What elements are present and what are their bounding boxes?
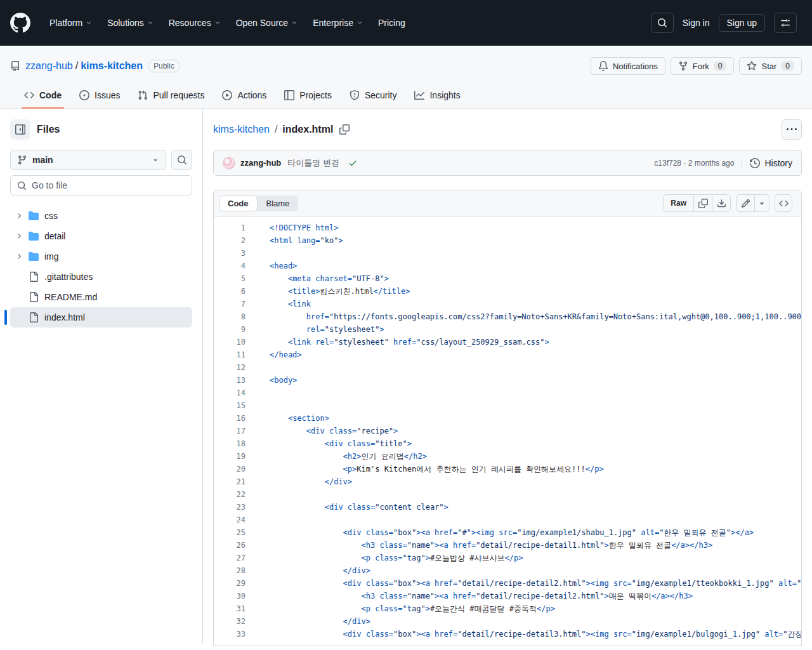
- line-number[interactable]: 30: [214, 590, 246, 602]
- tree-item-css[interactable]: css: [10, 206, 192, 226]
- history-link[interactable]: History: [750, 158, 792, 168]
- line-number[interactable]: 33: [214, 628, 246, 640]
- line-number[interactable]: 23: [214, 501, 246, 514]
- tree-search-button[interactable]: [171, 150, 192, 170]
- go-to-file-input[interactable]: [32, 180, 185, 190]
- sign-up-button[interactable]: Sign up: [719, 14, 765, 32]
- tab-pull-requests[interactable]: Pull requests: [129, 84, 213, 109]
- download-icon: [717, 199, 726, 208]
- tab-actions[interactable]: Actions: [213, 84, 275, 109]
- line-content: <section>: [246, 412, 329, 425]
- line-number[interactable]: 25: [214, 526, 246, 539]
- line-number[interactable]: 12: [214, 361, 246, 374]
- copy-path-button[interactable]: [338, 123, 351, 136]
- line-number[interactable]: 3: [214, 247, 246, 260]
- code-line: 14: [214, 387, 801, 399]
- branch-selector[interactable]: main: [10, 150, 166, 170]
- play-icon: [222, 90, 232, 100]
- sign-in-link[interactable]: Sign in: [683, 18, 710, 28]
- line-number[interactable]: 17: [214, 425, 246, 437]
- repo-name-link[interactable]: kims-kitchen: [81, 60, 143, 72]
- chevron-down-icon: [147, 20, 154, 26]
- breadcrumb-repo-link[interactable]: kims-kitchen: [213, 124, 270, 135]
- code-line: 13<body>: [214, 374, 801, 387]
- tab-projects[interactable]: Projects: [275, 84, 341, 109]
- line-number[interactable]: 29: [214, 577, 246, 590]
- check-icon[interactable]: [348, 159, 357, 168]
- nav-item-enterprise[interactable]: Enterprise: [306, 13, 369, 33]
- raw-button[interactable]: Raw: [663, 194, 694, 212]
- commit-author-link[interactable]: zzang-hub: [240, 158, 281, 168]
- edit-file-button[interactable]: [736, 194, 755, 212]
- line-number[interactable]: 28: [214, 564, 246, 577]
- copy-raw-button[interactable]: [693, 194, 712, 212]
- nav-item-pricing[interactable]: Pricing: [372, 13, 412, 33]
- chevron-right-icon[interactable]: [15, 212, 23, 220]
- divider: [742, 157, 742, 169]
- tab-security[interactable]: Security: [341, 84, 406, 109]
- line-number[interactable]: 16: [214, 412, 246, 425]
- tree-item-img[interactable]: img: [10, 246, 192, 267]
- appearance-settings-button[interactable]: [774, 13, 797, 33]
- line-number[interactable]: 10: [214, 336, 246, 348]
- line-number[interactable]: 27: [214, 552, 246, 564]
- star-button[interactable]: Star 0: [739, 57, 802, 75]
- line-number[interactable]: 20: [214, 463, 246, 475]
- line-number[interactable]: 7: [214, 298, 246, 310]
- line-number[interactable]: 24: [214, 514, 246, 526]
- download-button[interactable]: [712, 194, 731, 212]
- commit-message-link[interactable]: 타이틀명 변경: [287, 157, 339, 169]
- nav-item-resources[interactable]: Resources: [162, 13, 227, 33]
- edit-dropdown-button[interactable]: [754, 194, 769, 212]
- commit-sha-time[interactable]: c13f728 · 2 months ago: [654, 159, 734, 168]
- line-number[interactable]: 18: [214, 437, 246, 450]
- collapse-sidebar-button[interactable]: [10, 119, 30, 140]
- tree-item-gitattributes[interactable]: .gitattributes: [10, 267, 192, 287]
- line-number[interactable]: 9: [214, 323, 246, 336]
- line-number[interactable]: 13: [214, 374, 246, 387]
- nav-item-platform[interactable]: Platform: [43, 13, 98, 33]
- line-content: </head>: [246, 348, 302, 361]
- line-number[interactable]: 2: [214, 234, 246, 247]
- file-options-button[interactable]: [782, 119, 802, 140]
- chevron-right-icon[interactable]: [15, 253, 23, 260]
- tab-blame-view[interactable]: Blame: [258, 196, 299, 211]
- avatar[interactable]: [223, 157, 235, 169]
- code-line: 27 <p class="tag">#오늘밥상 #샤브샤브</p>: [214, 552, 801, 564]
- tab-code[interactable]: Code: [15, 84, 70, 109]
- tab-code-view[interactable]: Code: [219, 196, 258, 211]
- symbols-panel-button[interactable]: [775, 194, 792, 212]
- line-number[interactable]: 1: [214, 222, 246, 234]
- line-number[interactable]: 11: [214, 348, 246, 361]
- tree-item-index.html[interactable]: index.html: [10, 307, 192, 328]
- github-logo-icon[interactable]: [10, 13, 30, 33]
- line-number[interactable]: 21: [214, 475, 246, 488]
- tab-issues[interactable]: Issues: [70, 84, 129, 109]
- line-number[interactable]: 31: [214, 602, 246, 615]
- code-line: 28 </div>: [214, 564, 801, 577]
- line-number[interactable]: 8: [214, 310, 246, 323]
- line-number[interactable]: 14: [214, 387, 246, 399]
- repo-owner-link[interactable]: zzang-hub: [25, 60, 73, 72]
- tab-insights[interactable]: Insights: [405, 84, 469, 109]
- tree-item-README.md[interactable]: README.md: [10, 287, 192, 307]
- notifications-button[interactable]: Notifications: [591, 57, 665, 75]
- line-number[interactable]: 32: [214, 615, 246, 628]
- chevron-down-icon: [214, 20, 221, 26]
- chevron-right-icon[interactable]: [15, 232, 23, 240]
- line-number[interactable]: 26: [214, 539, 246, 552]
- nav-item-open-source[interactable]: Open Source: [230, 13, 304, 33]
- nav-item-solutions[interactable]: Solutions: [101, 13, 160, 33]
- line-number[interactable]: 15: [214, 399, 246, 412]
- line-content: <body>: [246, 374, 297, 387]
- line-number[interactable]: 6: [214, 285, 246, 298]
- line-number[interactable]: 22: [214, 488, 246, 501]
- tree-item-detail[interactable]: detail: [10, 226, 192, 246]
- line-number[interactable]: 5: [214, 272, 246, 285]
- header-search-button[interactable]: [651, 13, 674, 33]
- line-number[interactable]: 19: [214, 450, 246, 463]
- line-number[interactable]: 4: [214, 260, 246, 272]
- code-line: 6 <title>킴스키친.html</title>: [214, 285, 801, 298]
- fork-button[interactable]: Fork 0: [671, 57, 735, 75]
- line-content: <p class="tag">#오늘간식 #매콤달달 #중독적</p>: [246, 602, 555, 615]
